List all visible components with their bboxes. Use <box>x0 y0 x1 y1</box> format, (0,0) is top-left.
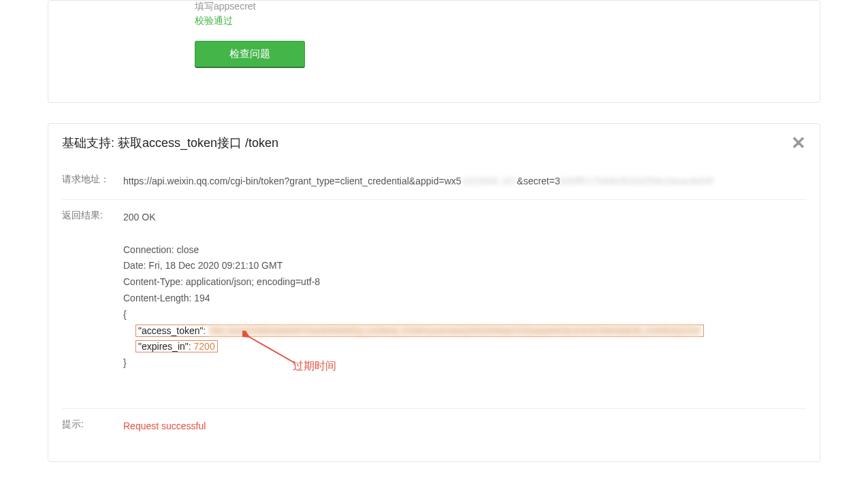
header-date: Date: Fri, 18 Dec 2020 09:21:10 GMT <box>123 258 806 274</box>
response-value: 200 OK Connection: close Date: Fri, 18 D… <box>123 210 806 399</box>
response-row: 返回结果: 200 OK Connection: close Date: Fri… <box>62 200 806 409</box>
top-section: secret : 填写appsecret 校验通过 检查问题 <box>62 1 806 82</box>
tip-value: Request successful <box>123 418 806 435</box>
url-text-prefix: https://api.weixin.qq.com/cgi-bin/token?… <box>123 176 462 186</box>
close-icon[interactable]: ✕ <box>791 134 806 152</box>
annotation-label: 过期时间 <box>293 357 336 375</box>
check-problem-button[interactable]: 检查问题 <box>195 41 305 68</box>
expires-in-key: "expires_in" <box>138 341 189 352</box>
tip-row: 提示: Request successful <box>62 409 806 444</box>
url-blur-2: b50ff5175dde0b32d2fde16eacde04f <box>560 176 713 186</box>
tip-label: 提示: <box>62 418 123 435</box>
json-body: { "access_token": "40_1cqYVWlm8AKtPYNeWW… <box>123 307 806 371</box>
request-url-value: https://api.weixin.qq.com/cgi-bin/token?… <box>123 174 806 190</box>
json-expires-line: "expires_in": 7200 过 <box>123 339 806 355</box>
result-panel: 基础支持: 获取access_token接口 /token ✕ 请求地址： ht… <box>48 123 820 462</box>
header-content-length: Content-Length: 194 <box>123 291 806 307</box>
url-text-mid: &secret=3 <box>517 176 560 186</box>
request-url-row: 请求地址： https://api.weixin.qq.com/cgi-bin/… <box>62 164 806 200</box>
secret-hint: 填写appsecret <box>195 1 806 13</box>
highlight-expires-in: "expires_in": 7200 <box>135 340 218 352</box>
response-label: 返回结果: <box>62 210 123 399</box>
result-header: 基础支持: 获取access_token接口 /token ✕ <box>48 124 820 164</box>
result-body: 请求地址： https://api.weixin.qq.com/cgi-bin/… <box>48 164 820 461</box>
request-url-label: 请求地址： <box>62 174 123 190</box>
tip-text: Request successful <box>123 420 206 431</box>
access-token-key: "access_token" <box>138 325 204 336</box>
access-token-value: "40_1cqYVWlm8AKtPYNeWW6REg_UUbmj_YDW1zua… <box>208 325 701 336</box>
header-connection: Connection: close <box>123 242 806 259</box>
status-line: 200 OK <box>123 210 806 226</box>
json-access-line: "access_token": "40_1cqYVWlm8AKtPYNeWW6R… <box>123 323 806 340</box>
json-open: { <box>123 307 806 323</box>
highlight-access-token: "access_token": "40_1cqYVWlm8AKtPYNeWW6R… <box>135 325 704 337</box>
result-title: 基础支持: 获取access_token接口 /token <box>62 135 278 151</box>
expires-in-value: 7200 <box>194 341 215 352</box>
url-blur-1: 1025005 107 <box>462 176 517 186</box>
json-close: } <box>123 355 806 371</box>
form-panel: secret : 填写appsecret 校验通过 检查问题 <box>48 0 820 103</box>
validation-text: 校验通过 <box>195 15 806 27</box>
header-content-type: Content-Type: application/json; encoding… <box>123 274 806 291</box>
